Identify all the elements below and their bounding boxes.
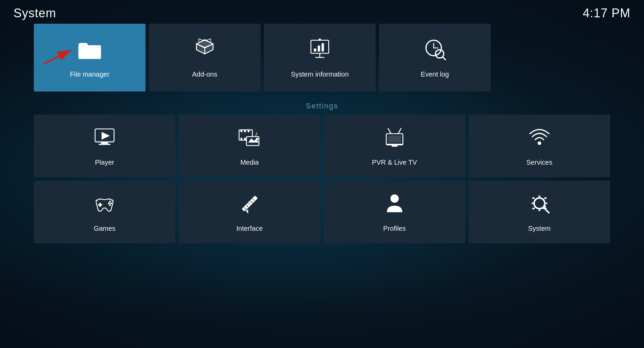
profiles-icon xyxy=(383,191,406,220)
tile-media-label: Media xyxy=(240,159,259,166)
svg-point-39 xyxy=(538,141,541,145)
svg-line-16 xyxy=(443,57,446,60)
svg-line-1 xyxy=(44,50,71,64)
tile-games-label: Games xyxy=(94,225,115,232)
tile-pvr-label: PVR & Live TV xyxy=(372,159,417,166)
svg-rect-38 xyxy=(392,145,398,147)
svg-point-43 xyxy=(108,202,110,204)
svg-point-55 xyxy=(390,195,399,203)
svg-marker-20 xyxy=(102,132,110,140)
interface-icon xyxy=(238,191,261,220)
svg-rect-9 xyxy=(318,45,320,52)
arrow-indicator xyxy=(41,47,78,68)
svg-point-57 xyxy=(537,201,542,206)
system-info-icon xyxy=(308,37,332,66)
tile-profiles[interactable]: Profiles xyxy=(324,181,465,243)
tile-services-label: Services xyxy=(527,159,553,166)
tile-event-log[interactable]: Event log xyxy=(379,24,491,91)
addons-icon xyxy=(193,37,217,66)
pvr-icon xyxy=(383,125,406,154)
svg-rect-34 xyxy=(386,144,403,145)
svg-rect-8 xyxy=(314,48,316,52)
tile-add-ons[interactable]: Add-ons xyxy=(149,24,261,91)
top-row: File manager Add-ons xyxy=(34,24,610,91)
tile-interface[interactable]: Interface xyxy=(179,181,320,243)
tile-player[interactable]: Player xyxy=(34,115,175,177)
media-icon: ♪ xyxy=(238,125,261,154)
svg-rect-26 xyxy=(241,138,242,140)
tile-interface-label: Interface xyxy=(236,225,263,232)
svg-text:♪: ♪ xyxy=(255,130,258,137)
tile-addons-label: Add-ons xyxy=(192,70,218,78)
svg-point-46 xyxy=(109,204,111,206)
svg-rect-42 xyxy=(98,204,103,206)
page-title: System xyxy=(14,6,56,20)
tile-player-label: Player xyxy=(95,159,114,166)
tile-file-manager-label: File manager xyxy=(70,70,110,78)
tile-media[interactable]: ♪ Media xyxy=(179,115,320,177)
tile-file-manager[interactable]: File manager xyxy=(34,24,146,91)
event-log-icon xyxy=(423,37,447,66)
svg-rect-25 xyxy=(248,130,249,132)
services-icon xyxy=(528,125,551,154)
tile-event-log-label: Event log xyxy=(421,70,449,78)
svg-point-11 xyxy=(319,38,321,41)
tile-services[interactable]: Services xyxy=(469,115,610,177)
svg-rect-19 xyxy=(99,144,111,145)
tile-system-info-label: System information xyxy=(291,70,349,78)
svg-rect-21 xyxy=(95,141,114,142)
settings-row-2: Games xyxy=(34,181,610,243)
tile-system-information[interactable]: System information xyxy=(264,24,376,91)
svg-rect-23 xyxy=(241,130,242,132)
svg-rect-10 xyxy=(321,43,324,52)
svg-point-31 xyxy=(256,138,259,140)
tile-system-label: System xyxy=(528,225,551,232)
svg-rect-49 xyxy=(242,196,258,211)
folder-icon xyxy=(78,37,102,66)
tile-games[interactable]: Games xyxy=(34,181,175,243)
svg-point-44 xyxy=(110,202,112,204)
tile-pvr-live-tv[interactable]: PVR & Live TV xyxy=(324,115,465,177)
tile-system[interactable]: System xyxy=(469,181,610,243)
svg-line-35 xyxy=(388,128,391,134)
svg-rect-18 xyxy=(101,142,108,144)
games-icon xyxy=(93,191,116,220)
settings-section: Settings xyxy=(34,102,610,243)
tile-profiles-label: Profiles xyxy=(383,225,406,232)
svg-rect-37 xyxy=(388,136,401,143)
clock: 4:17 PM xyxy=(583,6,630,20)
settings-row-1: Player xyxy=(34,115,610,177)
settings-label: Settings xyxy=(34,102,610,110)
svg-line-36 xyxy=(398,128,401,134)
system-settings-icon xyxy=(528,191,551,220)
svg-rect-27 xyxy=(244,138,246,140)
svg-point-45 xyxy=(109,201,111,202)
svg-rect-24 xyxy=(244,130,246,132)
player-icon xyxy=(93,125,116,154)
